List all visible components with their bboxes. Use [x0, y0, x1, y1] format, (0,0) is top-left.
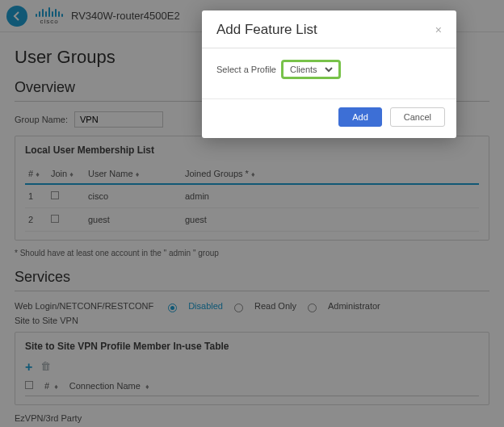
profile-select-highlight: Clients: [281, 60, 341, 79]
close-icon[interactable]: ×: [435, 23, 442, 36]
add-feature-list-modal: Add Feature List × Select a Profile Clie…: [202, 10, 456, 138]
modal-title: Add Feature List: [216, 22, 317, 38]
profile-select[interactable]: Clients: [287, 64, 335, 75]
select-profile-label: Select a Profile: [216, 65, 276, 74]
cancel-button[interactable]: Cancel: [390, 107, 445, 127]
add-button[interactable]: Add: [338, 107, 382, 127]
